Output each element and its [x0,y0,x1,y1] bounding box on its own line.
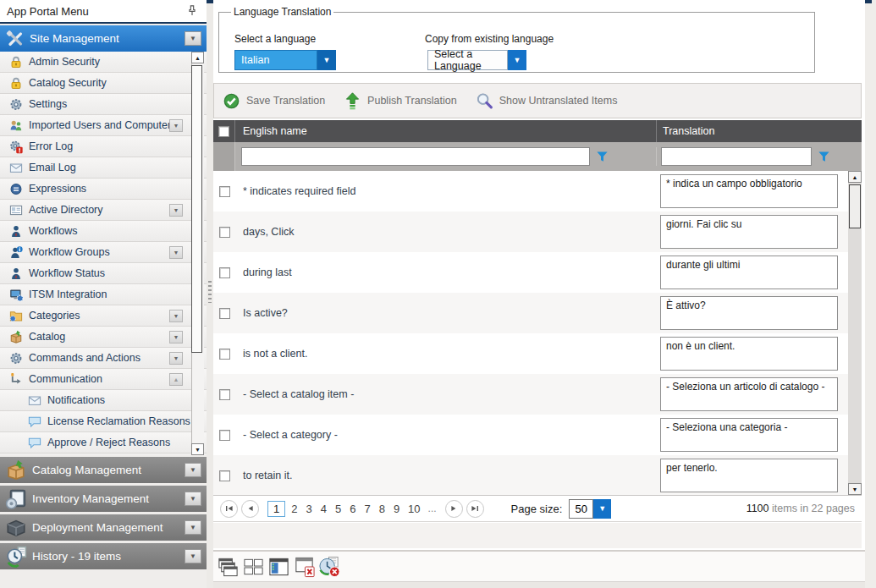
clear-history-icon[interactable] [318,554,341,580]
chevron-down-icon[interactable]: ▼ [593,499,611,519]
page-number-current[interactable]: 1 [267,501,285,517]
show-untranslated-button[interactable]: Show Untranslated Items [476,92,618,110]
sidebar-item-imported-users-and-computers[interactable]: Imported Users and Computers▼ [0,115,207,136]
translation-input[interactable]: durante gli ultimi [660,256,838,289]
grid-scrollbar[interactable]: ▲ ▼ [848,171,862,495]
chevron-down-icon[interactable]: ▼ [185,31,201,46]
row-checkbox[interactable] [219,389,230,400]
chevron-down-icon[interactable]: ▼ [185,492,201,506]
first-page-button[interactable] [220,500,238,518]
chevron-down-icon[interactable]: ▼ [169,352,183,365]
sidebar-item-communication[interactable]: Communication▲ [0,369,207,390]
chevron-up-icon[interactable]: ▲ [169,373,183,386]
chevron-down-icon[interactable]: ▼ [185,520,201,535]
sidebar-item-catalog-security[interactable]: Catalog Security [0,73,207,94]
sidebar-item-workflow-groups[interactable]: Workflow Groups▼ [0,242,207,263]
translation-input[interactable]: giorni. Fai clic su [660,215,838,249]
sidebar-section-inventory-management[interactable]: Inventory Management▼ [0,486,207,512]
scrollbar-thumb[interactable] [191,65,202,353]
translation-input[interactable]: per tenerlo. [660,459,838,492]
sidebar-item-error-log[interactable]: Error Log [0,136,207,157]
column-header-english[interactable]: English name [235,120,656,142]
translation-input[interactable]: È attivo? [660,296,838,330]
row-checkbox[interactable] [219,267,230,278]
chevron-down-icon[interactable]: ▼ [169,310,183,322]
sidebar-splitter[interactable] [207,0,213,588]
sidebar-item-commands-and-actions[interactable]: Commands and Actions▼ [0,348,207,369]
sidebar-item-approve-reject-reasons[interactable]: Approve / Reject Reasons [0,432,207,453]
page-number[interactable]: 7 [360,503,374,515]
page-number[interactable]: 10 [404,503,424,515]
page-size-dropdown[interactable]: 50 ▼ [569,499,611,519]
sidebar-section-site-management[interactable]: Site Management ▼ [0,25,207,52]
translation-filter-input[interactable] [661,147,812,166]
translation-input[interactable]: - Seleziona una categoria - [660,418,838,452]
row-checkbox[interactable] [219,227,230,238]
page-number[interactable]: 4 [317,503,331,515]
page-number[interactable]: 5 [331,503,345,515]
row-checkbox[interactable] [219,186,230,197]
column-header-translation[interactable]: Translation [656,120,862,142]
chevron-down-icon[interactable]: ▼ [185,549,201,563]
sidebar-item-catalog[interactable]: Catalog▼ [0,327,207,348]
last-page-button[interactable] [466,500,484,518]
chevron-down-icon[interactable]: ▼ [317,50,336,70]
sidebar-item-label: Catalog [29,331,65,343]
page-number[interactable]: 9 [389,503,404,515]
cascade-windows-icon[interactable] [217,554,240,580]
sidebar-item-settings[interactable]: Settings [0,94,207,115]
scroll-down-icon[interactable]: ▼ [848,483,862,495]
sidebar-section-catalog-management[interactable]: Catalog Management▼ [0,457,207,483]
chevron-down-icon[interactable]: ▼ [169,204,183,217]
row-checkbox[interactable] [219,470,230,481]
publish-translation-button[interactable]: Publish Translation [344,92,457,110]
sidebar-item-itsm-integration[interactable]: ITSM Integration [0,284,207,305]
pin-icon[interactable] [185,3,200,19]
chevron-down-icon[interactable]: ▼ [169,331,183,343]
copy-from-dropdown[interactable]: Select a Language ▼ [427,50,526,70]
sidebar-item-expressions[interactable]: Expressions [0,179,207,200]
chevron-down-icon[interactable]: ▼ [169,246,183,259]
page-ellipsis[interactable]: ... [425,503,440,514]
sidebar-item-categories[interactable]: Categories▼ [0,305,207,327]
filter-funnel-icon[interactable] [596,151,609,163]
page-number[interactable]: 8 [375,503,389,515]
row-checkbox[interactable] [219,430,230,441]
sidebar-item-workflow-status[interactable]: Workflow Status [0,263,207,284]
page-number[interactable]: 6 [345,503,360,515]
sidebar-item-active-directory[interactable]: Active Directory▼ [0,200,207,221]
sidebar-item-admin-security[interactable]: Admin Security [0,52,207,73]
english-filter-input[interactable] [241,147,590,166]
sidebar-item-license-reclamation-reasons[interactable]: License Reclamation Reasons [0,411,207,432]
scroll-down-icon[interactable]: ▼ [191,443,204,455]
next-page-button[interactable] [445,500,463,518]
select-all-checkbox[interactable] [218,126,229,137]
previous-page-button[interactable] [241,500,259,518]
close-window-icon[interactable] [293,554,316,580]
panel-view-icon[interactable] [267,554,290,580]
translation-input[interactable]: * indica un campo obbligatorio [660,174,838,208]
speech-bubble-icon [27,436,42,450]
sidebar-item-notifications[interactable]: Notifications [0,390,207,411]
chevron-down-icon[interactable]: ▼ [185,463,201,477]
scroll-up-icon[interactable]: ▲ [191,52,204,63]
sidebar-section-history[interactable]: History - 19 items▼ [0,543,207,569]
row-checkbox[interactable] [219,308,230,319]
scrollbar-thumb[interactable] [849,184,861,228]
row-checkbox[interactable] [219,349,230,360]
translation-input[interactable]: - Seleziona un articolo di catalogo - [660,377,838,411]
sidebar-item-email-log[interactable]: Email Log [0,157,207,179]
save-translation-button[interactable]: Save Translation [223,92,325,110]
tile-windows-icon[interactable] [242,554,265,580]
chevron-down-icon[interactable]: ▼ [508,50,526,70]
sidebar-scrollbar[interactable]: ▲ ▼ [191,52,204,455]
chevron-down-icon[interactable]: ▼ [169,119,183,132]
sidebar-item-workflows[interactable]: Workflows [0,221,207,242]
scroll-up-icon[interactable]: ▲ [848,171,862,183]
page-number[interactable]: 3 [301,503,316,515]
page-number[interactable]: 2 [287,503,301,515]
sidebar-section-deployment-management[interactable]: Deployment Management▼ [0,514,207,541]
language-dropdown[interactable]: Italian ▼ [234,50,336,70]
translation-input[interactable]: non è un client. [660,337,838,371]
filter-funnel-icon[interactable] [818,151,830,163]
